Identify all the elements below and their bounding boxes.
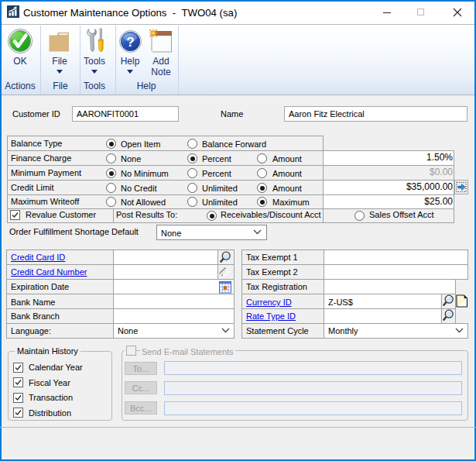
svg-text:?: ? [126,35,134,50]
